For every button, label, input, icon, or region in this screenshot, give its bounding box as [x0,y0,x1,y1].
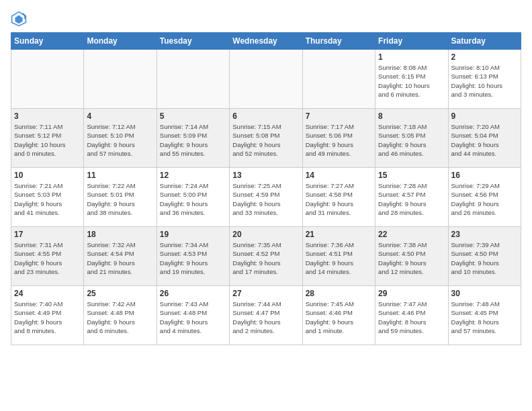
day-info: Sunrise: 7:27 AM Sunset: 4:58 PM Dayligh… [306,181,372,217]
day-number: 21 [306,230,372,239]
calendar-cell: 6Sunrise: 7:15 AM Sunset: 5:08 PM Daylig… [230,109,302,168]
day-number: 6 [232,111,299,121]
calendar-cell: 12Sunrise: 7:24 AM Sunset: 5:00 PM Dayli… [157,168,229,227]
calendar-cell: 14Sunrise: 7:27 AM Sunset: 4:58 PM Dayli… [302,168,375,227]
day-number: 25 [87,289,153,298]
day-info: Sunrise: 7:12 AM Sunset: 5:10 PM Dayligh… [87,122,153,158]
day-info: Sunrise: 7:45 AM Sunset: 4:46 PM Dayligh… [306,300,372,335]
day-number: 2 [451,52,518,62]
calendar-cell: 9Sunrise: 7:20 AM Sunset: 5:04 PM Daylig… [448,109,521,168]
day-number: 26 [160,289,226,298]
calendar: SundayMondayTuesdayWednesdayThursdayFrid… [11,32,521,345]
day-info: Sunrise: 8:08 AM Sunset: 6:15 PM Dayligh… [378,63,445,99]
day-info: Sunrise: 7:20 AM Sunset: 5:04 PM Dayligh… [451,122,518,158]
weekday-header-monday: Monday [84,33,157,50]
day-number: 15 [378,171,445,180]
calendar-cell: 2Sunrise: 8:10 AM Sunset: 6:13 PM Daylig… [448,50,521,109]
day-number: 23 [451,230,518,239]
week-row-3: 17Sunrise: 7:31 AM Sunset: 4:55 PM Dayli… [11,227,521,286]
week-row-2: 10Sunrise: 7:21 AM Sunset: 5:03 PM Dayli… [11,168,521,227]
calendar-cell: 10Sunrise: 7:21 AM Sunset: 5:03 PM Dayli… [11,168,84,227]
day-info: Sunrise: 7:48 AM Sunset: 4:45 PM Dayligh… [451,300,518,335]
day-info: Sunrise: 7:15 AM Sunset: 5:08 PM Dayligh… [232,122,299,158]
week-row-0: 1Sunrise: 8:08 AM Sunset: 6:15 PM Daylig… [11,50,521,109]
calendar-cell: 27Sunrise: 7:44 AM Sunset: 4:47 PM Dayli… [230,286,302,345]
day-number: 24 [14,289,81,298]
weekday-header-sunday: Sunday [11,33,84,50]
day-number: 7 [306,111,372,121]
day-info: Sunrise: 7:31 AM Sunset: 4:55 PM Dayligh… [14,240,81,276]
weekday-header-tuesday: Tuesday [157,33,229,50]
day-number: 19 [160,230,226,239]
calendar-cell: 21Sunrise: 7:36 AM Sunset: 4:51 PM Dayli… [302,227,375,286]
day-number: 18 [87,230,153,239]
calendar-cell: 1Sunrise: 8:08 AM Sunset: 6:15 PM Daylig… [375,50,448,109]
day-info: Sunrise: 7:25 AM Sunset: 4:59 PM Dayligh… [232,181,299,217]
day-info: Sunrise: 8:10 AM Sunset: 6:13 PM Dayligh… [451,63,518,99]
day-number: 9 [451,111,518,121]
calendar-cell: 15Sunrise: 7:28 AM Sunset: 4:57 PM Dayli… [375,168,448,227]
day-info: Sunrise: 7:35 AM Sunset: 4:52 PM Dayligh… [232,240,299,276]
week-row-4: 24Sunrise: 7:40 AM Sunset: 4:49 PM Dayli… [11,286,521,345]
calendar-cell: 8Sunrise: 7:18 AM Sunset: 5:05 PM Daylig… [375,109,448,168]
day-info: Sunrise: 7:40 AM Sunset: 4:49 PM Dayligh… [14,300,81,335]
calendar-cell: 26Sunrise: 7:43 AM Sunset: 4:48 PM Dayli… [157,286,229,345]
calendar-cell: 20Sunrise: 7:35 AM Sunset: 4:52 PM Dayli… [230,227,302,286]
calendar-cell [84,50,157,109]
calendar-cell: 17Sunrise: 7:31 AM Sunset: 4:55 PM Dayli… [11,227,84,286]
calendar-cell [302,50,375,109]
day-info: Sunrise: 7:29 AM Sunset: 4:56 PM Dayligh… [451,181,518,217]
day-number: 27 [232,289,299,298]
day-info: Sunrise: 7:34 AM Sunset: 4:53 PM Dayligh… [160,240,226,276]
day-number: 3 [14,111,81,121]
svg-marker-1 [15,15,22,24]
calendar-cell [230,50,302,109]
day-number: 29 [378,289,445,298]
calendar-cell: 7Sunrise: 7:17 AM Sunset: 5:06 PM Daylig… [302,109,375,168]
day-info: Sunrise: 7:32 AM Sunset: 4:54 PM Dayligh… [87,240,153,276]
day-info: Sunrise: 7:21 AM Sunset: 5:03 PM Dayligh… [14,181,81,217]
day-number: 13 [232,171,299,180]
calendar-cell: 4Sunrise: 7:12 AM Sunset: 5:10 PM Daylig… [84,109,157,168]
day-number: 20 [232,230,299,239]
day-number: 17 [14,230,81,239]
weekday-header-wednesday: Wednesday [230,33,302,50]
logo [11,11,30,27]
day-info: Sunrise: 7:42 AM Sunset: 4:48 PM Dayligh… [87,300,153,335]
calendar-cell: 23Sunrise: 7:39 AM Sunset: 4:50 PM Dayli… [448,227,521,286]
weekday-header-friday: Friday [375,33,448,50]
day-info: Sunrise: 7:24 AM Sunset: 5:00 PM Dayligh… [160,181,226,217]
day-number: 10 [14,171,81,180]
calendar-cell: 16Sunrise: 7:29 AM Sunset: 4:56 PM Dayli… [448,168,521,227]
calendar-cell: 22Sunrise: 7:38 AM Sunset: 4:50 PM Dayli… [375,227,448,286]
calendar-cell: 25Sunrise: 7:42 AM Sunset: 4:48 PM Dayli… [84,286,157,345]
calendar-cell: 18Sunrise: 7:32 AM Sunset: 4:54 PM Dayli… [84,227,157,286]
day-number: 14 [306,171,372,180]
calendar-cell: 30Sunrise: 7:48 AM Sunset: 4:45 PM Dayli… [448,286,521,345]
day-number: 5 [160,111,226,121]
calendar-cell: 5Sunrise: 7:14 AM Sunset: 5:09 PM Daylig… [157,109,229,168]
day-info: Sunrise: 7:38 AM Sunset: 4:50 PM Dayligh… [378,240,445,276]
day-number: 4 [87,111,153,121]
page-header [11,11,521,27]
day-info: Sunrise: 7:47 AM Sunset: 4:46 PM Dayligh… [378,300,445,335]
calendar-cell: 11Sunrise: 7:22 AM Sunset: 5:01 PM Dayli… [84,168,157,227]
day-info: Sunrise: 7:43 AM Sunset: 4:48 PM Dayligh… [160,300,226,335]
calendar-cell [157,50,229,109]
calendar-cell [11,50,84,109]
day-info: Sunrise: 7:28 AM Sunset: 4:57 PM Dayligh… [378,181,445,217]
calendar-cell: 13Sunrise: 7:25 AM Sunset: 4:59 PM Dayli… [230,168,302,227]
weekday-header-thursday: Thursday [302,33,375,50]
day-info: Sunrise: 7:36 AM Sunset: 4:51 PM Dayligh… [306,240,372,276]
week-row-1: 3Sunrise: 7:11 AM Sunset: 5:12 PM Daylig… [11,109,521,168]
day-number: 12 [160,171,226,180]
day-info: Sunrise: 7:39 AM Sunset: 4:50 PM Dayligh… [451,240,518,276]
day-number: 22 [378,230,445,239]
weekday-header-row: SundayMondayTuesdayWednesdayThursdayFrid… [11,33,521,50]
calendar-cell: 19Sunrise: 7:34 AM Sunset: 4:53 PM Dayli… [157,227,229,286]
calendar-cell: 3Sunrise: 7:11 AM Sunset: 5:12 PM Daylig… [11,109,84,168]
day-info: Sunrise: 7:18 AM Sunset: 5:05 PM Dayligh… [378,122,445,158]
day-number: 16 [451,171,518,180]
day-number: 28 [306,289,372,298]
day-number: 30 [451,289,518,298]
